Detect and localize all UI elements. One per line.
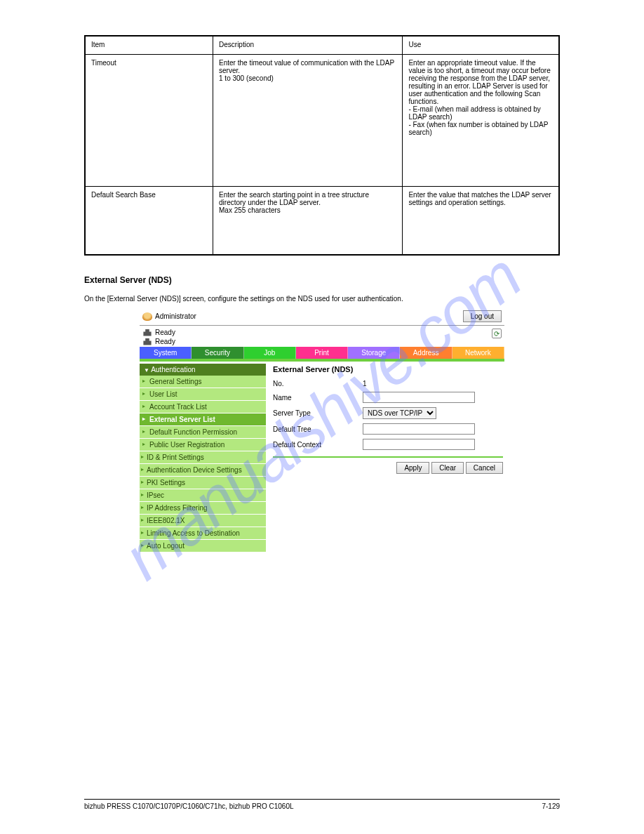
table-cell-item: Timeout	[85, 54, 213, 186]
table-cell-use: Enter an appropriate timeout value. If t…	[403, 54, 559, 186]
tab-security[interactable]: Security	[192, 347, 243, 359]
form-divider	[273, 456, 503, 458]
refresh-icon[interactable]: ⟳	[492, 329, 502, 338]
sidebar-item-public-user-registration[interactable]: Public User Registration	[140, 439, 266, 451]
table-cell-description: Enter the search starting point in a tre…	[213, 186, 403, 255]
footer-product: bizhub PRESS C1070/C1070P/C1060/C71hc, b…	[84, 802, 294, 810]
sidebar-item-auto-logout[interactable]: Auto Logout	[140, 540, 266, 552]
cancel-button[interactable]: Cancel	[466, 462, 503, 474]
no-label: No.	[273, 380, 357, 388]
main-tabs: System Security Job Print Storage Addres…	[140, 347, 504, 359]
table-header-item: Item	[85, 36, 213, 54]
server-type-select[interactable]: NDS over TCP/IP	[363, 407, 436, 419]
default-context-label: Default Context	[273, 441, 357, 449]
tab-system[interactable]: System	[140, 347, 192, 359]
sidebar-item-user-list[interactable]: User List	[140, 388, 266, 401]
main-panel-title: External Server (NDS)	[273, 365, 503, 373]
sidebar-section-authentication[interactable]: Authentication	[140, 364, 266, 376]
sidebar-item-general-settings[interactable]: General Settings	[140, 376, 266, 388]
sidebar-item-external-server-list[interactable]: External Server List	[140, 413, 266, 426]
sidebar-item-ieee8021x[interactable]: IEEE802.1X	[140, 515, 266, 527]
sidebar-item-id-print-settings[interactable]: ID & Print Settings	[140, 451, 266, 464]
admin-ui-panel: Administrator Log out Ready Ready ⟳ Syst…	[140, 308, 504, 552]
name-input[interactable]	[363, 392, 475, 403]
administrator-label: Administrator	[155, 312, 196, 320]
status-ready-1: Ready	[155, 329, 175, 336]
page-footer: bizhub PRESS C1070/C1070P/C1060/C71hc, b…	[84, 799, 560, 810]
table-cell-use: Enter the value that matches the LDAP se…	[403, 186, 559, 255]
printer-icon	[142, 329, 152, 336]
name-label: Name	[273, 394, 357, 402]
divider-bar	[140, 359, 504, 362]
tab-storage[interactable]: Storage	[348, 347, 400, 359]
table-cell-description: Enter the timeout value of communication…	[213, 54, 403, 186]
sidebar-item-ipsec[interactable]: IPsec	[140, 489, 266, 502]
footer-page-number: 7-129	[542, 802, 560, 810]
default-tree-input[interactable]	[363, 423, 475, 435]
section-heading: External Server (NDS)	[84, 275, 560, 285]
intro-text: On the [External Server (NDS)] screen, c…	[84, 295, 560, 303]
sidebar-item-limiting-access[interactable]: Limiting Access to Destination	[140, 527, 266, 540]
server-type-label: Server Type	[273, 409, 357, 417]
table-header-description: Description	[213, 36, 403, 54]
default-tree-label: Default Tree	[273, 425, 357, 433]
table-header-row: Item Description Use	[85, 36, 559, 54]
tab-print[interactable]: Print	[296, 347, 348, 359]
sidebar-item-authentication-device-settings[interactable]: Authentication Device Settings	[140, 464, 266, 477]
user-bar: Administrator Log out	[140, 308, 504, 326]
table-header-use: Use	[403, 36, 559, 54]
sidebar-item-default-function-permission[interactable]: Default Function Permission	[140, 426, 266, 439]
status-row: Ready Ready ⟳	[140, 326, 504, 347]
sidebar: Authentication General Settings User Lis…	[140, 364, 266, 552]
logout-button[interactable]: Log out	[463, 310, 502, 322]
settings-table: Item Description Use Timeout Enter the t…	[84, 35, 560, 256]
tab-network[interactable]: Network	[452, 347, 504, 359]
sidebar-item-ip-address-filtering[interactable]: IP Address Filtering	[140, 502, 266, 515]
status-ready-2: Ready	[155, 338, 175, 345]
printer-icon	[142, 338, 152, 345]
tab-job[interactable]: Job	[244, 347, 296, 359]
table-cell-item: Default Search Base	[85, 186, 213, 255]
table-row: Default Search Base Enter the search sta…	[85, 186, 559, 255]
no-value: 1	[363, 380, 503, 388]
administrator-icon	[142, 312, 152, 321]
default-context-input[interactable]	[363, 439, 475, 450]
sidebar-item-pki-settings[interactable]: PKI Settings	[140, 477, 266, 489]
main-panel: External Server (NDS) No. 1 Name Server …	[270, 364, 504, 552]
table-row: Timeout Enter the timeout value of commu…	[85, 54, 559, 186]
sidebar-item-account-track-list[interactable]: Account Track List	[140, 401, 266, 413]
tab-address[interactable]: Address	[400, 347, 452, 359]
clear-button[interactable]: Clear	[431, 462, 464, 474]
apply-button[interactable]: Apply	[396, 462, 429, 474]
